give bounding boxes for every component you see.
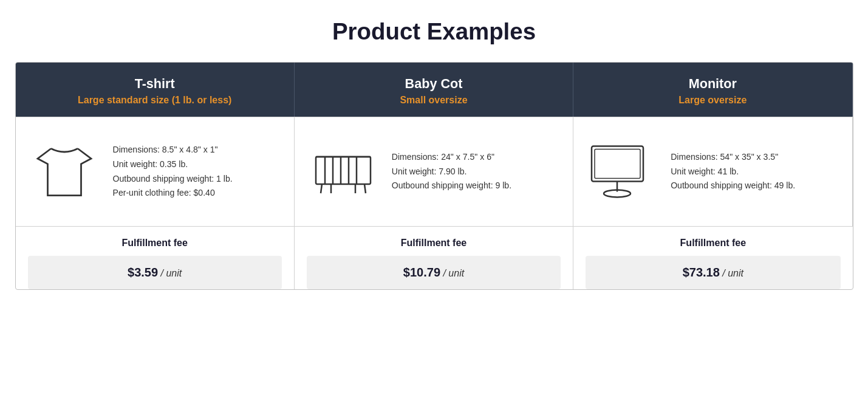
header-babycot: Baby Cot Small oversize — [295, 63, 573, 117]
babycot-fee-amount: $10.79 — [403, 266, 440, 279]
tshirt-size: Large standard size (1 lb. or less) — [28, 95, 282, 106]
svg-rect-11 — [592, 146, 643, 181]
babycot-size: Small oversize — [307, 95, 561, 106]
tshirt-fee-box: $3.59 / unit — [28, 256, 282, 289]
babycot-fee-unit: / unit — [443, 268, 464, 278]
tshirt-extra-fee: Per-unit clothing fee: $0.40 — [113, 188, 215, 197]
babycot-icon — [307, 139, 380, 205]
babycot-fee-label: Fulfillment fee — [307, 238, 561, 249]
monitor-weight: Unit weight: 41 lb. — [671, 167, 739, 176]
babycot-dimensions: Dimensions: 24" x 7.5" x 6" — [392, 152, 494, 162]
header-monitor: Monitor Large oversize — [573, 63, 852, 117]
detail-monitor: Dimensions: 54" x 35" x 3.5" Unit weight… — [573, 117, 852, 226]
monitor-icon — [586, 139, 658, 205]
monitor-fee-label: Fulfillment fee — [586, 238, 840, 249]
babycot-fee-box: $10.79 / unit — [307, 256, 561, 289]
tshirt-weight: Unit weight: 0.35 lb. — [113, 159, 188, 169]
products-table: T-shirt Large standard size (1 lb. or le… — [15, 62, 853, 290]
tshirt-dimensions: Dimensions: 8.5" x 4.8" x 1" — [113, 145, 218, 154]
monitor-fee-amount: $73.18 — [683, 266, 720, 279]
tshirt-name: T-shirt — [28, 76, 282, 92]
fee-babycot: Fulfillment fee $10.79 / unit — [295, 226, 573, 289]
babycot-outbound: Outbound shipping weight: 9 lb. — [392, 180, 511, 190]
monitor-details: Dimensions: 54" x 35" x 3.5" Unit weight… — [671, 150, 795, 194]
monitor-size: Large oversize — [586, 95, 839, 106]
svg-rect-0 — [316, 157, 371, 184]
babycot-name: Baby Cot — [307, 76, 561, 92]
monitor-dimensions: Dimensions: 54" x 35" x 3.5" — [671, 152, 778, 162]
tshirt-outbound: Outbound shipping weight: 1 lb. — [113, 174, 233, 184]
monitor-fee-unit: / unit — [722, 268, 743, 278]
tshirt-fee-unit: / unit — [161, 268, 182, 278]
svg-line-6 — [321, 184, 322, 193]
detail-babycot: Dimensions: 24" x 7.5" x 6" Unit weight:… — [295, 117, 573, 226]
monitor-fee-box: $73.18 / unit — [586, 256, 840, 289]
fee-tshirt: Fulfillment fee $3.59 / unit — [16, 226, 295, 289]
header-tshirt: T-shirt Large standard size (1 lb. or le… — [16, 63, 295, 117]
page-title: Product Examples — [15, 18, 853, 45]
tshirt-fee-label: Fulfillment fee — [28, 238, 282, 249]
babycot-weight: Unit weight: 7.90 lb. — [392, 167, 467, 176]
detail-tshirt: Dimensions: 8.5" x 4.8" x 1" Unit weight… — [16, 117, 295, 226]
tshirt-icon — [28, 139, 101, 205]
fee-monitor: Fulfillment fee $73.18 / unit — [573, 226, 852, 289]
table-grid: T-shirt Large standard size (1 lb. or le… — [16, 63, 853, 289]
monitor-outbound: Outbound shipping weight: 49 lb. — [671, 180, 795, 190]
tshirt-fee-amount: $3.59 — [128, 266, 158, 279]
babycot-details: Dimensions: 24" x 7.5" x 6" Unit weight:… — [392, 150, 511, 194]
page-wrapper: Product Examples T-shirt Large standard … — [15, 18, 853, 290]
tshirt-details: Dimensions: 8.5" x 4.8" x 1" Unit weight… — [113, 143, 233, 201]
svg-line-9 — [364, 184, 366, 193]
monitor-name: Monitor — [586, 76, 839, 92]
svg-rect-12 — [595, 149, 640, 178]
